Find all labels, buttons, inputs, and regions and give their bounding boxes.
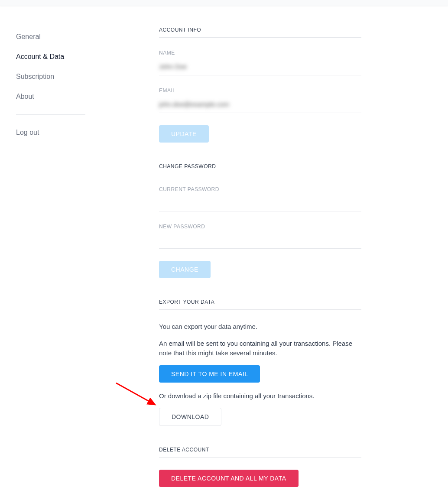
update-button[interactable]: UPDATE [159, 125, 209, 143]
section-header-account-info: ACCOUNT INFO [159, 27, 361, 38]
new-password-input[interactable] [159, 234, 361, 249]
download-button[interactable]: DOWNLOAD [159, 408, 221, 426]
section-header-export-data: EXPORT YOUR DATA [159, 299, 361, 310]
sidebar-item-about[interactable]: About [16, 87, 127, 107]
page-container: General Account & Data Subscription Abou… [0, 6, 448, 487]
sidebar-item-logout[interactable]: Log out [16, 123, 127, 143]
name-label: NAME [159, 50, 361, 56]
section-header-change-password: CHANGE PASSWORD [159, 163, 361, 174]
change-password-button[interactable]: CHANGE [159, 261, 211, 278]
sidebar: General Account & Data Subscription Abou… [0, 27, 143, 487]
export-paragraph-1: You can export your data anytime. [159, 322, 361, 332]
field-group-current-password: CURRENT PASSWORD [159, 186, 361, 211]
export-paragraph-2: An email will be sent to you containing … [159, 339, 361, 358]
current-password-input[interactable] [159, 197, 361, 211]
field-group-new-password: NEW PASSWORD [159, 224, 361, 249]
main-content: ACCOUNT INFO NAME John Doe EMAIL john.do… [143, 27, 448, 487]
name-value-row[interactable]: John Doe [159, 60, 361, 75]
current-password-label: CURRENT PASSWORD [159, 186, 361, 192]
export-paragraph-3: Or download a zip file containing all yo… [159, 391, 361, 401]
section-header-delete-account: DELETE ACCOUNT [159, 447, 361, 458]
sidebar-item-general[interactable]: General [16, 27, 127, 47]
field-group-name: NAME John Doe [159, 50, 361, 75]
send-email-button[interactable]: SEND IT TO ME IN EMAIL [159, 365, 260, 383]
sidebar-divider [16, 114, 85, 115]
email-value: john.doe@example.com [159, 101, 229, 108]
top-bar [0, 0, 448, 6]
delete-account-button[interactable]: DELETE ACCOUNT AND ALL MY DATA [159, 470, 299, 487]
field-group-email: EMAIL john.doe@example.com [159, 88, 361, 113]
email-value-row[interactable]: john.doe@example.com [159, 98, 361, 113]
name-value: John Doe [159, 63, 187, 70]
sidebar-item-account-data[interactable]: Account & Data [16, 47, 127, 67]
sidebar-item-subscription[interactable]: Subscription [16, 67, 127, 87]
email-label: EMAIL [159, 88, 361, 94]
new-password-label: NEW PASSWORD [159, 224, 361, 230]
